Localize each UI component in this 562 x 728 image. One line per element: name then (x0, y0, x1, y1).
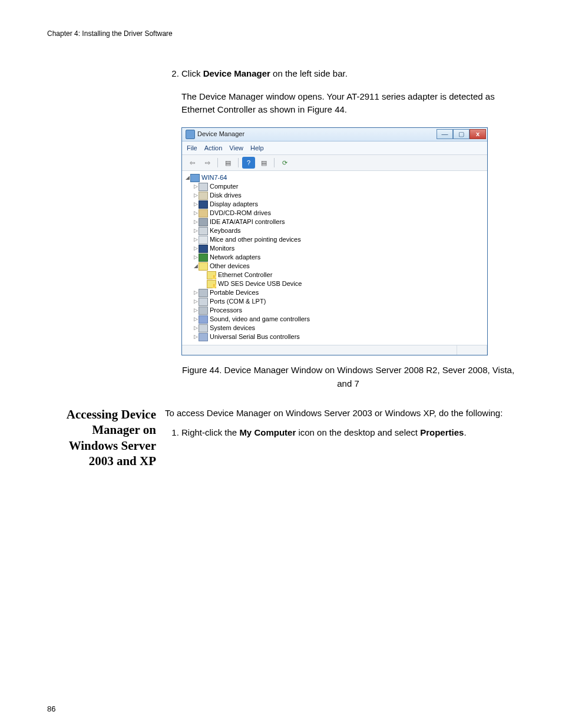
expand-icon[interactable]: ▷ (193, 298, 199, 306)
step2-paragraph: The Device Manager window opens. Your AT… (181, 90, 515, 117)
menu-view[interactable]: View (229, 143, 243, 153)
close-button[interactable]: x (470, 129, 486, 139)
step2-suffix: on the left side bar. (270, 68, 348, 78)
device-icon (190, 174, 200, 182)
figure-caption: Figure 44. Device Manager Window on Wind… (181, 364, 515, 390)
device-tree: ◢WIN7-64▷Computer▷Disk drives▷Display ad… (182, 171, 487, 345)
scan-icon[interactable]: ⟳ (278, 157, 291, 169)
device-icon (207, 271, 216, 279)
xp-step1-t1: Right-click the (181, 427, 239, 437)
device-icon (199, 218, 208, 226)
status-bar (182, 345, 487, 355)
expand-icon[interactable]: ▷ (193, 200, 199, 209)
device-icon (199, 333, 208, 341)
expand-icon[interactable]: ▷ (193, 227, 199, 235)
expand-icon[interactable]: ▷ (193, 192, 199, 200)
section-intro: To access Device Manager on Windows Serv… (165, 407, 515, 420)
window-title: Device Manager (197, 129, 437, 139)
menu-help[interactable]: Help (250, 143, 264, 153)
xp-step1-b2: Properties (420, 427, 464, 437)
device-icon (199, 315, 208, 324)
expand-icon[interactable]: ◢ (193, 262, 199, 271)
view-icon[interactable]: ▤ (257, 157, 270, 169)
back-icon[interactable]: ⇦ (186, 157, 199, 169)
section-heading: Accessing Device Manager on Windows Serv… (47, 407, 156, 469)
step2-bold: Device Manager (203, 68, 270, 78)
device-icon (199, 262, 208, 271)
expand-icon[interactable]: ▷ (193, 289, 199, 297)
maximize-button[interactable]: ▢ (453, 129, 470, 139)
forward-icon[interactable]: ⇨ (201, 157, 214, 169)
tree-item[interactable]: ▷Network adapters (184, 253, 485, 262)
menu-action[interactable]: Action (204, 143, 223, 153)
expand-icon[interactable]: ▷ (193, 209, 199, 218)
tree-item[interactable]: ▷Disk drives (184, 191, 485, 200)
device-icon (199, 236, 208, 244)
minimize-button[interactable]: — (437, 129, 453, 139)
toolbar-separator (274, 158, 275, 167)
properties-icon[interactable]: ▤ (222, 157, 234, 169)
tree-item[interactable]: ▷DVD/CD-ROM drives (184, 209, 485, 218)
tree-item[interactable]: ▷System devices (184, 324, 485, 332)
xp-step1-t2: icon on the desktop and select (296, 427, 420, 437)
page-number: 86 (47, 704, 55, 713)
device-icon (199, 289, 208, 297)
tree-item[interactable]: ▷Computer (184, 182, 485, 191)
device-manager-window: Device Manager — ▢ x File Action View He… (181, 127, 488, 356)
chapter-header: Chapter 4: Installing the Driver Softwar… (47, 29, 515, 38)
xp-step1-b1: My Computer (239, 427, 296, 437)
tree-item[interactable]: ▷IDE ATA/ATAPI controllers (184, 218, 485, 226)
device-icon (199, 245, 208, 253)
window-titlebar[interactable]: Device Manager — ▢ x (182, 128, 487, 141)
tree-item-label: Universal Serial Bus controllers (210, 332, 300, 342)
expand-icon[interactable]: ◢ (184, 174, 190, 182)
expand-icon[interactable]: ▷ (193, 253, 199, 262)
tree-item[interactable]: Ethernet Controller (184, 271, 485, 279)
step-2: Click Device Manager on the left side ba… (181, 67, 515, 390)
device-icon (207, 280, 216, 288)
xp-step1-t3: . (464, 427, 466, 437)
device-icon (199, 253, 208, 262)
expand-icon[interactable]: ▷ (193, 324, 199, 332)
tree-item[interactable]: ▷Display adapters (184, 200, 485, 209)
expand-icon[interactable]: ▷ (193, 315, 199, 324)
device-icon (199, 298, 208, 306)
step2-text: Click Device Manager on the left side ba… (181, 68, 348, 78)
window-icon (186, 130, 195, 139)
expand-icon[interactable]: ▷ (193, 183, 199, 191)
tree-item[interactable]: ▷Portable Devices (184, 288, 485, 297)
toolbar-separator (238, 158, 239, 167)
menu-file[interactable]: File (187, 143, 197, 153)
expand-icon[interactable]: ▷ (193, 333, 199, 341)
device-icon (199, 227, 208, 235)
device-icon (199, 192, 208, 200)
tree-item[interactable]: ▷Mice and other pointing devices (184, 235, 485, 244)
expand-icon[interactable]: ▷ (193, 245, 199, 253)
step2-prefix: Click (181, 68, 203, 78)
toolbar: ⇦ ⇨ ▤ ? ▤ ⟳ (182, 155, 487, 171)
tree-item[interactable]: ◢Other devices (184, 262, 485, 271)
device-icon (199, 324, 208, 332)
tree-item[interactable]: ▷Processors (184, 306, 485, 315)
tree-item[interactable]: ◢WIN7-64 (184, 173, 485, 182)
expand-icon[interactable]: ▷ (193, 218, 199, 226)
menu-bar: File Action View Help (182, 141, 487, 156)
tree-item[interactable]: ▷Monitors (184, 244, 485, 253)
help-icon[interactable]: ? (242, 157, 255, 169)
tree-item[interactable]: ▷Sound, video and game controllers (184, 315, 485, 324)
toolbar-separator (217, 158, 218, 167)
tree-item[interactable]: WD SES Device USB Device (184, 279, 485, 288)
tree-item[interactable]: ▷Ports (COM & LPT) (184, 297, 485, 306)
tree-item[interactable]: ▷Keyboards (184, 226, 485, 235)
expand-icon[interactable]: ▷ (193, 236, 199, 244)
xp-step-1: Right-click the My Computer icon on the … (181, 426, 515, 440)
device-icon (199, 307, 208, 315)
device-icon (199, 200, 208, 209)
device-icon (199, 209, 208, 218)
device-icon (199, 183, 208, 191)
tree-item[interactable]: ▷Universal Serial Bus controllers (184, 332, 485, 341)
expand-icon[interactable]: ▷ (193, 307, 199, 315)
